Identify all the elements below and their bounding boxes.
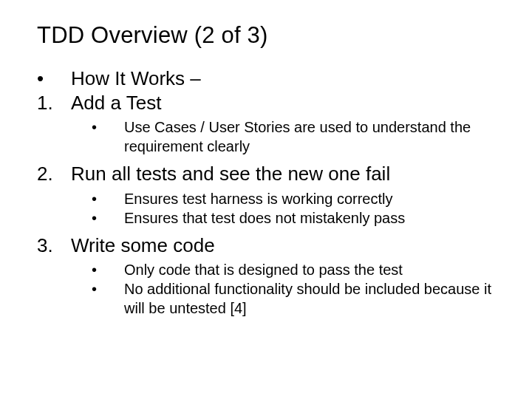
bullet-icon: • [92,208,124,228]
step2-marker: 2. [37,162,71,186]
top-bullet-row: • How It Works – [37,66,495,91]
bullet-icon: • [92,117,124,137]
slide: TDD Overview (2 of 3) • How It Works – 1… [0,0,532,399]
step1-sublist: • Use Cases / User Stories are used to u… [92,117,495,156]
list-item: • Use Cases / User Stories are used to u… [92,117,495,156]
sub-text: No additional functionality should be in… [124,279,495,318]
step3-sublist: • Only code that is designed to pass the… [92,260,495,318]
sub-text: Ensures test harness is working correctl… [124,189,392,208]
bullet-icon: • [92,260,124,279]
step1-text: Add a Test [71,91,161,115]
slide-title: TDD Overview (2 of 3) [37,22,495,49]
step3-row: 3. Write some code [37,233,495,258]
step2-sublist: • Ensures test harness is working correc… [92,189,495,228]
bullet-icon: • [92,189,124,208]
top-bullet-text: How It Works – [71,66,201,91]
sub-text: Use Cases / User Stories are used to und… [124,117,495,156]
list-item: • No additional functionality should be … [92,279,495,318]
step1-marker: 1. [37,91,71,115]
step3-marker: 3. [37,233,71,258]
step3-text: Write some code [71,233,215,258]
list-item: • Ensures test harness is working correc… [92,189,495,208]
sub-text: Ensures that test does not mistakenly pa… [124,208,405,228]
bullet-icon: • [37,66,71,91]
sub-text: Only code that is designed to pass the t… [124,260,403,279]
step1-row: 1. Add a Test [37,91,495,115]
step2-text: Run all tests and see the new one fail [71,162,390,186]
list-item: • Only code that is designed to pass the… [92,260,495,279]
bullet-icon: • [92,279,124,299]
list-item: • Ensures that test does not mistakenly … [92,208,495,228]
step2-row: 2. Run all tests and see the new one fai… [37,162,495,186]
